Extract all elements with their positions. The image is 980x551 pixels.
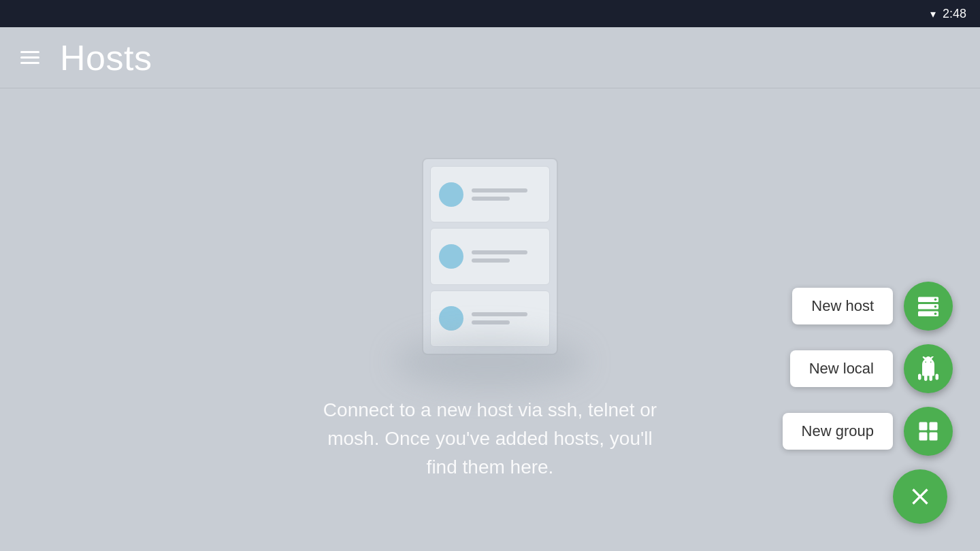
main-fab-row bbox=[893, 469, 953, 524]
new-host-label: New host bbox=[792, 288, 893, 324]
svg-rect-8 bbox=[919, 433, 928, 441]
server-line bbox=[472, 188, 527, 193]
server-cabinet bbox=[422, 158, 558, 355]
close-icon bbox=[906, 483, 934, 510]
server-row-2 bbox=[430, 228, 550, 284]
new-group-label: New group bbox=[783, 413, 893, 450]
empty-description: Connect to a new host via ssh, telnet or… bbox=[320, 396, 660, 482]
main-fab-button[interactable] bbox=[893, 469, 947, 524]
server-line bbox=[472, 312, 527, 316]
server-line bbox=[472, 258, 510, 263]
main-content: Connect to a new host via ssh, telnet or… bbox=[0, 88, 980, 551]
wifi-icon: ▾ bbox=[930, 7, 936, 20]
menu-button[interactable] bbox=[20, 51, 39, 64]
svg-point-4 bbox=[934, 305, 937, 308]
new-local-label: New local bbox=[790, 350, 893, 387]
server-line bbox=[472, 197, 510, 201]
page-title: Hosts bbox=[60, 37, 152, 78]
host-icon bbox=[916, 294, 941, 318]
menu-icon-line bbox=[20, 56, 39, 59]
new-local-row: New local bbox=[790, 344, 953, 393]
menu-icon-line bbox=[20, 51, 39, 53]
svg-rect-7 bbox=[930, 422, 938, 431]
server-lines bbox=[472, 312, 541, 324]
server-line bbox=[472, 250, 527, 254]
status-time: 2:48 bbox=[943, 7, 966, 21]
status-bar: ▾ 2:48 bbox=[0, 0, 980, 27]
new-host-row: New host bbox=[792, 282, 953, 331]
new-group-row: New group bbox=[783, 407, 953, 456]
fab-area: New host New local bbox=[783, 282, 953, 524]
svg-point-5 bbox=[934, 312, 937, 315]
server-line bbox=[472, 320, 510, 324]
server-lines bbox=[472, 188, 541, 201]
android-icon bbox=[916, 356, 941, 381]
group-icon bbox=[916, 419, 941, 444]
cloud-shadow bbox=[395, 335, 585, 389]
svg-point-3 bbox=[934, 298, 937, 301]
server-dot bbox=[439, 182, 463, 207]
menu-icon-line bbox=[20, 62, 39, 64]
svg-rect-9 bbox=[930, 433, 938, 441]
new-local-button[interactable] bbox=[904, 344, 953, 393]
server-dot bbox=[439, 306, 463, 331]
server-row-1 bbox=[430, 166, 550, 222]
svg-rect-6 bbox=[919, 422, 928, 431]
app-bar: Hosts bbox=[0, 27, 980, 88]
empty-illustration bbox=[415, 158, 565, 375]
server-dot bbox=[439, 244, 463, 269]
new-group-button[interactable] bbox=[904, 407, 953, 456]
server-lines bbox=[472, 250, 541, 263]
new-host-button[interactable] bbox=[904, 282, 953, 331]
